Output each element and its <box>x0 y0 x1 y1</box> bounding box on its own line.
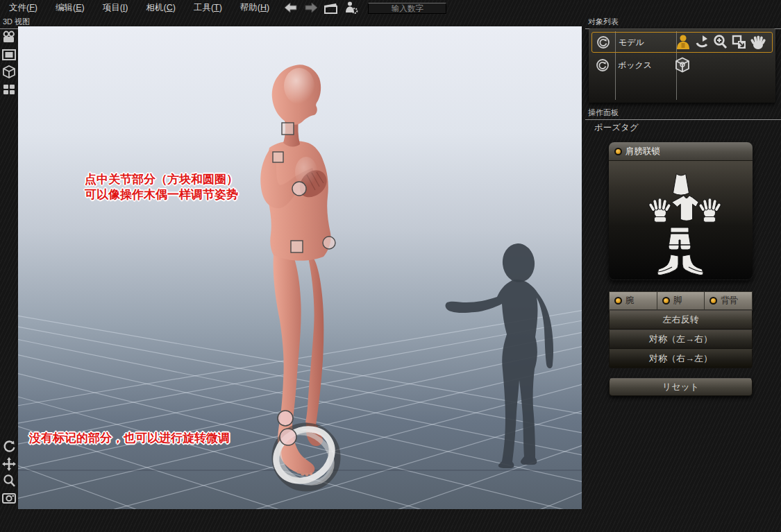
pose-group-panel: 肩膀联锁 <box>609 142 753 280</box>
toggle-leg[interactable]: 脚 <box>657 291 705 310</box>
visibility-toggle-icon[interactable] <box>592 35 614 49</box>
object-row-model[interactable]: モデル <box>591 32 773 53</box>
orange-indicator-dot <box>614 148 622 155</box>
joint-square-shoulder[interactable] <box>273 152 283 162</box>
pose-rotate-icon[interactable] <box>693 33 711 51</box>
part-toggle-row: 腕 脚 背骨 <box>609 291 753 310</box>
cube-icon[interactable] <box>1 64 17 80</box>
joint-hint-text: 点中关节部分（方块和圆圈） 可以像操作木偶一样调节姿势 <box>85 172 238 203</box>
zoom-view-icon[interactable] <box>1 473 17 489</box>
orange-indicator-dot <box>614 297 622 304</box>
rotate-hint-text: 没有标记的部分，也可以进行旋转微调 <box>29 431 230 446</box>
toggle-leg-label: 脚 <box>673 295 682 307</box>
menu-tools[interactable]: 工具(T) <box>185 0 231 16</box>
joint-circle-ankle-lower[interactable] <box>280 429 296 445</box>
right-hand-body-part-icon[interactable] <box>695 196 724 225</box>
model-person-icon[interactable] <box>674 33 692 51</box>
visibility-toggle-icon-2[interactable] <box>591 58 614 72</box>
pose-group-header[interactable]: 肩膀联锁 <box>609 142 753 161</box>
mannequin-figure[interactable] <box>260 65 330 476</box>
symmetry-button-stack: 左右反转 对称（左→右） 对称（右→左） <box>609 310 753 368</box>
feet-boots-body-part-icon[interactable] <box>650 253 710 277</box>
left-toolbar-bottom <box>0 438 18 506</box>
orange-indicator-dot <box>662 297 670 304</box>
box-cube-icon[interactable] <box>673 56 691 74</box>
pose-group-title: 肩膀联锁 <box>625 146 660 157</box>
zoom-plus-icon[interactable] <box>712 33 730 51</box>
movie-camera-icon[interactable] <box>1 29 17 45</box>
viewport-3d[interactable]: 点中关节部分（方块和圆圈） 可以像操作木偶一样调节姿势 没有标记的部分，也可以进… <box>18 26 582 509</box>
rotation-gizmo[interactable] <box>267 419 342 493</box>
mirror-left-to-right-button[interactable]: 对称（左→右） <box>609 329 753 349</box>
object-list-section-label: 对象列表 <box>585 16 781 29</box>
menu-file[interactable]: 文件(F) <box>0 0 47 16</box>
mirror-right-to-left-button[interactable]: 对称（右→左） <box>609 349 753 368</box>
screenshot-camera-icon[interactable] <box>1 490 17 506</box>
undo-back-arrow-icon[interactable] <box>283 1 299 15</box>
menu-camera[interactable]: 相机(C) <box>137 0 185 16</box>
object-row-box[interactable]: ボックス <box>591 55 773 76</box>
reset-button[interactable]: リセット <box>609 378 753 396</box>
left-toolbar-top <box>0 29 18 97</box>
film-strip-icon[interactable] <box>1 46 17 62</box>
clapperboard-icon[interactable] <box>323 1 339 15</box>
joint-square-hip[interactable] <box>291 241 303 252</box>
figure-settings-icon[interactable] <box>343 1 360 15</box>
toggle-arm-label: 腕 <box>625 295 635 307</box>
pose-group-body <box>609 161 753 280</box>
number-input[interactable] <box>368 3 446 14</box>
joint-circle-wrist[interactable] <box>292 182 306 196</box>
move-scale-icon[interactable] <box>730 33 748 51</box>
reference-silhouette-figure[interactable] <box>446 242 553 468</box>
pose-tag-label: ポーズタグ <box>594 122 639 134</box>
menu-edit[interactable]: 编辑(E) <box>47 0 94 16</box>
rotate-view-icon[interactable] <box>1 438 17 454</box>
flip-left-right-button[interactable]: 左右反转 <box>609 310 753 329</box>
toggle-spine[interactable]: 背骨 <box>704 291 753 310</box>
move-view-icon[interactable] <box>1 456 17 472</box>
toggle-spine-label: 背骨 <box>721 295 738 307</box>
menu-help[interactable]: 帮助(H) <box>231 0 278 16</box>
menubar: 文件(F) 编辑(E) 项目(I) 相机(C) 工具(T) 帮助(H) <box>0 0 781 15</box>
joint-square-neck[interactable] <box>282 123 294 135</box>
orange-indicator-dot <box>709 297 717 304</box>
hand-tool-icon[interactable] <box>749 33 767 51</box>
viewport-layout-icon[interactable] <box>1 81 17 97</box>
number-input-wrap <box>368 1 446 14</box>
redo-forward-arrow-icon[interactable] <box>303 1 319 15</box>
object-list-panel: モデル <box>589 28 775 103</box>
menu-project[interactable]: 项目(I) <box>94 0 137 16</box>
joint-circle-hip[interactable] <box>323 237 335 249</box>
object-row-label: モデル <box>614 37 674 49</box>
joint-circle-ankle-upper[interactable] <box>278 411 293 426</box>
object-row-label-2: ボックス <box>614 60 673 71</box>
operation-panel-section-label: 操作面板 <box>585 107 781 120</box>
toggle-arm[interactable]: 腕 <box>609 291 657 310</box>
